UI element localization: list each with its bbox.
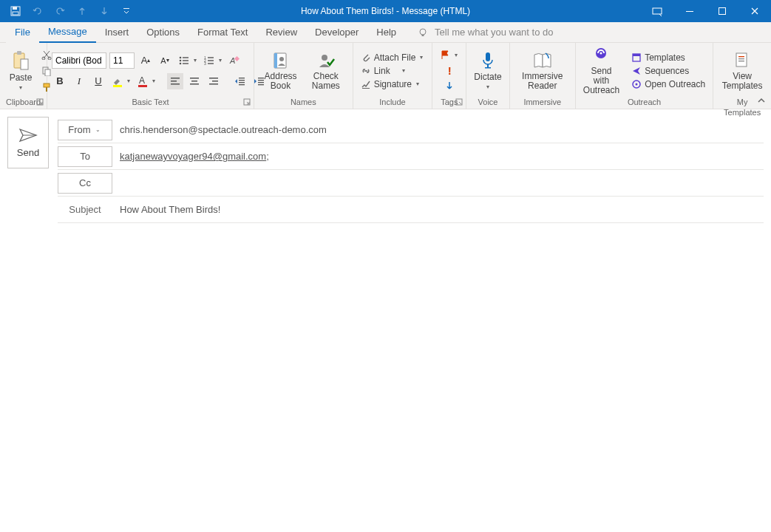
low-importance-button[interactable]: [442, 81, 457, 92]
svg-rect-6: [719, 8, 726, 15]
subject-field[interactable]: How About Them Birds!: [120, 204, 220, 215]
svg-rect-4: [653, 8, 662, 14]
svg-rect-35: [138, 85, 147, 87]
svg-rect-20: [183, 57, 188, 58]
svg-rect-69: [736, 53, 747, 66]
svg-rect-3: [123, 8, 129, 9]
tab-review[interactable]: Review: [257, 22, 306, 43]
chevron-down-icon[interactable]: ▾: [126, 78, 132, 84]
svg-rect-5: [686, 11, 693, 12]
minimize-button[interactable]: [673, 0, 706, 22]
bold-button[interactable]: B: [52, 73, 68, 89]
svg-point-64: [600, 52, 602, 55]
align-right-button[interactable]: [206, 73, 222, 89]
svg-text:3: 3: [204, 61, 206, 66]
lightbulb-icon: [417, 27, 429, 38]
message-body[interactable]: [0, 231, 771, 511]
follow-up-button[interactable]: ▾: [437, 49, 462, 61]
svg-rect-2: [13, 12, 18, 15]
font-color-button[interactable]: A: [135, 73, 151, 89]
view-templates-button[interactable]: View Templates: [718, 50, 767, 92]
link-label: Link: [374, 66, 390, 76]
address-book-button[interactable]: Address Book: [259, 50, 302, 92]
increase-font-size-button[interactable]: A▴: [137, 52, 154, 69]
maximize-button[interactable]: [706, 0, 738, 22]
attach-file-button[interactable]: Attach File ▾: [358, 52, 428, 64]
group-clipboard: Paste ▾ Clipboard: [0, 43, 47, 109]
tab-insert[interactable]: Insert: [96, 22, 138, 43]
tab-format-text[interactable]: Format Text: [188, 22, 257, 43]
tab-file[interactable]: File: [6, 22, 39, 43]
to-button[interactable]: To: [58, 146, 112, 167]
bullets-button[interactable]: [176, 52, 192, 69]
chevron-down-icon: ▾: [453, 52, 459, 58]
book-icon: [532, 51, 553, 70]
paste-button[interactable]: Paste ▾: [4, 49, 37, 92]
tab-message[interactable]: Message: [39, 22, 96, 43]
tab-help[interactable]: Help: [367, 22, 405, 43]
decrease-indent-button[interactable]: [232, 73, 248, 89]
redo-button[interactable]: [50, 1, 69, 21]
group-label-basic-text: Basic Text: [52, 97, 249, 109]
underline-button[interactable]: U: [90, 73, 106, 89]
dictate-button[interactable]: Dictate ▾: [471, 50, 504, 92]
send-with-outreach-button[interactable]: Send with Outreach: [580, 44, 622, 97]
group-label-include: Include: [358, 97, 428, 109]
chevron-down-icon: ▾: [401, 67, 407, 74]
tags-dialog-launcher[interactable]: [455, 98, 464, 107]
numbering-button[interactable]: 123: [201, 52, 217, 69]
font-name-select[interactable]: [52, 52, 106, 69]
templates-button[interactable]: Templates: [628, 52, 708, 64]
to-field[interactable]: katjanewayvoyager94@gmail.com;: [120, 151, 269, 162]
to-recipient[interactable]: katjanewayvoyager94@gmail.com: [120, 151, 266, 162]
chevron-down-icon[interactable]: ▾: [151, 78, 157, 84]
ribbon-display-options-button[interactable]: [641, 0, 673, 22]
chevron-down-icon[interactable]: ▾: [217, 57, 223, 64]
clipboard-dialog-launcher[interactable]: [36, 98, 45, 107]
svg-rect-22: [183, 60, 188, 61]
tab-options[interactable]: Options: [137, 22, 188, 43]
templates-icon: [631, 52, 642, 63]
check-names-button[interactable]: Check Names: [304, 50, 348, 92]
cc-button[interactable]: Cc: [58, 173, 112, 194]
highlight-button[interactable]: [109, 73, 126, 89]
svg-rect-37: [171, 81, 177, 82]
collapse-ribbon-button[interactable]: [756, 95, 767, 106]
group-basic-text: A▴ A▾ ▾ 123 ▾ A: [47, 43, 254, 109]
customize-qat-button[interactable]: [117, 1, 136, 21]
svg-rect-33: [113, 85, 122, 87]
svg-rect-48: [239, 84, 245, 85]
align-left-button[interactable]: [167, 73, 183, 89]
basic-text-dialog-launcher[interactable]: [243, 98, 252, 107]
next-item-button[interactable]: [95, 1, 114, 21]
high-importance-button[interactable]: !: [445, 64, 455, 78]
open-outreach-icon: [631, 79, 642, 89]
previous-item-button[interactable]: [72, 1, 92, 21]
save-button[interactable]: [6, 1, 25, 21]
send-button[interactable]: Send: [7, 117, 49, 168]
italic-button[interactable]: I: [71, 73, 87, 89]
attach-file-label: Attach File: [374, 52, 416, 63]
close-button[interactable]: [738, 0, 771, 22]
open-outreach-button[interactable]: Open Outreach: [628, 78, 708, 90]
tell-me-search[interactable]: Tell me what you want to do: [417, 27, 553, 38]
svg-text:A: A: [139, 75, 145, 86]
clear-formatting-button[interactable]: A: [226, 52, 242, 69]
sequences-button[interactable]: Sequences: [628, 65, 708, 77]
link-button[interactable]: Link ▾: [358, 65, 428, 77]
sequences-label: Sequences: [645, 66, 689, 76]
font-size-select[interactable]: [109, 52, 135, 69]
svg-rect-46: [239, 80, 245, 81]
signature-button[interactable]: Signature ▾: [358, 78, 428, 90]
svg-point-57: [322, 55, 327, 61]
chevron-down-icon[interactable]: ▾: [192, 57, 198, 64]
tab-developer[interactable]: Developer: [306, 22, 367, 43]
decrease-font-size-button[interactable]: A▾: [157, 52, 173, 69]
group-label-voice: Voice: [471, 97, 504, 109]
outreach-icon: [591, 46, 611, 65]
view-templates-label: View Templates: [721, 72, 764, 91]
from-button[interactable]: From ⌄: [58, 120, 112, 140]
align-center-button[interactable]: [186, 73, 203, 89]
undo-button[interactable]: [28, 1, 47, 21]
immersive-reader-button[interactable]: Immersive Reader: [514, 50, 571, 92]
